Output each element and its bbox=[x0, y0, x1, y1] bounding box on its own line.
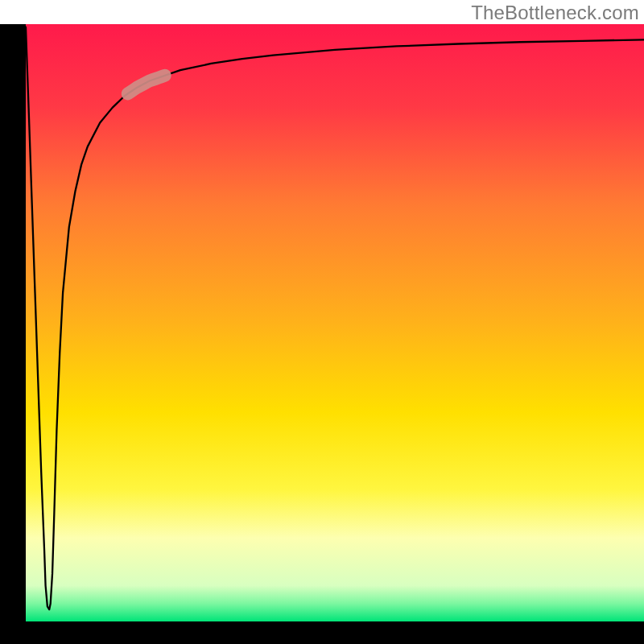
watermark-text: TheBottleneck.com bbox=[471, 2, 639, 24]
y-axis-bar bbox=[0, 24, 26, 644]
chart-svg bbox=[0, 0, 644, 644]
x-axis-bar bbox=[0, 621, 644, 644]
chart-container: TheBottleneck.com bbox=[0, 0, 644, 644]
plot-background bbox=[26, 24, 644, 621]
